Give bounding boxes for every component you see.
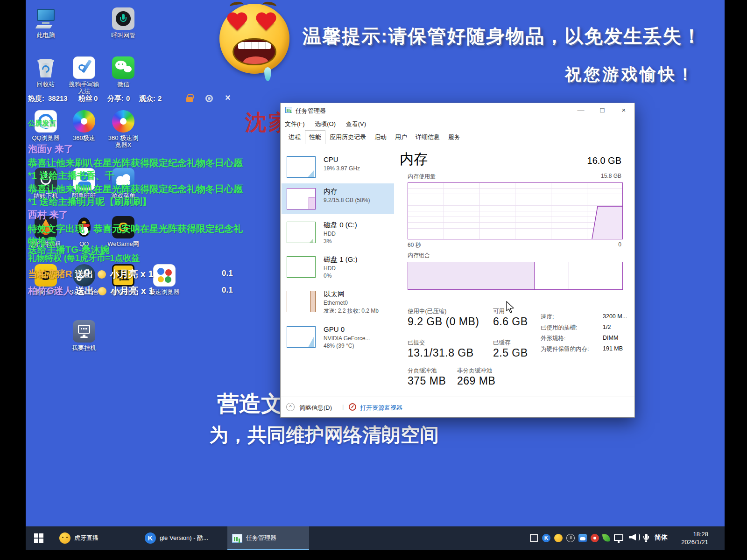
tray-clock[interactable]: 18:28 2026/1/21 (676, 530, 708, 546)
sidebar-item-cpu[interactable]: CPU 19% 3.97 GHz (282, 152, 394, 182)
gift-sender: 当柏恋猪R (28, 269, 72, 279)
sidebar-item-disk0[interactable]: 磁盘 0 (C:) HDD 3% (282, 217, 394, 248)
gift-sender: 柏竹G迷人 (28, 286, 73, 296)
desktop-icon-wechat[interactable]: 微信 (104, 56, 143, 88)
tab-users[interactable]: 用户 (391, 130, 411, 144)
360-browser-x-icon (112, 110, 134, 133)
memory-scale-max: 15.8 GB (601, 173, 621, 179)
tab-startup[interactable]: 启动 (370, 130, 391, 144)
mouse-cursor (506, 301, 515, 314)
menu-file[interactable]: 文件(F) (281, 117, 309, 131)
close-overlay-icon[interactable]: × (225, 92, 231, 103)
summary-view-toggle[interactable]: 简略信息(D) (299, 404, 332, 412)
recycle-bin-icon (35, 56, 57, 79)
share-value: 0 (126, 94, 130, 102)
menu-options[interactable]: 选项(O) (310, 117, 340, 131)
sidebar-item-ethernet[interactable]: 以太网 Ethernet0 发送: 2.2 接收: 0.2 Mb (282, 286, 394, 317)
desktop-icon-call-admin[interactable]: 呼叫网管 (104, 7, 143, 39)
taskbar-item-kugou[interactable]: K gle Version) - 酷... (140, 526, 213, 550)
gift-value: 0.1 (222, 286, 233, 295)
slots-used-value: 1/2 (603, 324, 611, 330)
open-resource-monitor-link[interactable]: 打开资源监视器 (360, 404, 402, 412)
desktop-icon-recycle-bin[interactable]: 回收站 (26, 56, 65, 88)
this-pc-icon (35, 7, 57, 30)
non-paged-pool-value: 269 MB (457, 375, 495, 387)
committed-label: 已提交 (408, 339, 425, 347)
taskbar-item-task-manager[interactable]: 任务管理器 (227, 526, 309, 550)
memory-thumbnail (287, 188, 316, 210)
task-manager-window: 任务管理器 — □ × 文件(F) 选项(O) 查看(V) 进程性能应用历史记录… (280, 103, 635, 418)
tray-security-icon[interactable] (591, 534, 599, 542)
chevron-up-icon[interactable]: ^ (286, 403, 295, 411)
start-button[interactable] (29, 526, 48, 550)
fans-value: 0 (94, 94, 98, 102)
gift-item: 小月亮 x 1 (110, 286, 154, 296)
memory-usage-label: 内存使用量 (408, 173, 436, 181)
tray-kugou-icon[interactable]: K (542, 534, 550, 542)
task-manager-app-icon (285, 107, 292, 113)
menu-bar: 文件(F) 选项(O) 查看(V) (281, 117, 634, 130)
kugou-icon: K (145, 532, 156, 544)
tab-strip: 进程性能应用历史记录启动用户详细信息服务 (281, 130, 634, 143)
tray-weather-icon[interactable] (578, 534, 587, 542)
afk-monitor-icon (73, 320, 95, 343)
speed-label: 速度: (541, 313, 554, 321)
ethernet-thumbnail (287, 291, 316, 312)
tab-performance[interactable]: 性能 (305, 130, 325, 144)
cached-label: 已缓存 (493, 339, 511, 347)
heat-value: 38213 (48, 94, 68, 102)
tray-leaf-icon[interactable] (602, 533, 610, 542)
gift-item: 小月亮 x 1 (110, 269, 153, 279)
tray-network-icon[interactable] (614, 534, 623, 541)
chat-gift-announcement: 恭喜让他来刷叭在星光阵获得限定纪念礼物冬日心愿*1 送给主播书香、千 (28, 157, 244, 182)
gift-send-line: 当柏恋猪R 送出 小月亮 x 1 (28, 268, 244, 280)
tab-app-history[interactable]: 应用历史记录 (325, 130, 370, 144)
chat-enter-message: 西村 来了 (28, 209, 244, 221)
tab-processes[interactable]: 进程 (284, 130, 305, 144)
ime-indicator[interactable]: 简体 (655, 533, 668, 542)
desktop-icon-360-chrome[interactable]: 360极速 (64, 110, 104, 141)
desktop: 温馨提示:请保管好随身物品，以免发生丢失！ 祝您游戏愉快！ 沈家 营造文 为，共… (26, 0, 725, 526)
moon-gift-icon (98, 270, 106, 279)
memory-usage-graph (408, 182, 623, 239)
screen: 温馨提示:请保管好随身物品，以免发生丢失！ 祝您游戏愉快！ 沈家 营造文 为，共… (0, 0, 747, 560)
close-button[interactable]: × (613, 103, 634, 117)
menu-view[interactable]: 查看(V) (342, 117, 370, 131)
chat-perk-message: 礼物特权 (每1虎牙币=1点收益 (28, 252, 244, 265)
taskbar-item-huya[interactable]: 虎牙直播 (55, 526, 103, 550)
desktop-icon-this-pc[interactable]: 此电脑 (26, 7, 65, 39)
graph-time-span: 60 秒 (408, 241, 421, 249)
gift-send-line: 柏竹G迷人 送出 小月亮 x 1 (28, 285, 244, 297)
desktop-icon-afk[interactable]: 我要挂机 (64, 320, 104, 351)
footer-divider: | (342, 403, 344, 410)
cached-value: 2.5 GB (493, 347, 528, 359)
public-chat-tab[interactable]: 公屏发言 (28, 117, 70, 129)
title-bar[interactable]: 任务管理器 — □ × (281, 103, 634, 117)
360-chrome-icon (73, 110, 95, 133)
maximize-button[interactable]: □ (592, 103, 613, 117)
cpu-thumbnail (287, 156, 316, 178)
tray-time: 18:28 (676, 530, 708, 538)
tray-volume-icon[interactable] (629, 534, 636, 540)
banner-tip-line1: 温馨提示:请保管好随身物品，以免发生丢失！ (303, 23, 702, 49)
disk1-thumbnail (287, 256, 316, 278)
sidebar-item-gpu0[interactable]: GPU 0 NVIDIA GeForce... 48% (39 °C) (282, 322, 394, 352)
gear-icon[interactable] (205, 95, 213, 102)
available-label: 可用 (493, 308, 505, 315)
sidebar-item-disk1[interactable]: 磁盘 1 (G:) HDD 0% (282, 252, 394, 282)
desktop-icon-sogou-handwriting[interactable]: 搜狗手写输 入法 (64, 56, 104, 95)
tab-services[interactable]: 服务 (444, 130, 465, 144)
memory-capacity: 16.0 GB (587, 155, 621, 166)
tab-details[interactable]: 详细信息 (411, 130, 444, 144)
sidebar-item-memory[interactable]: 内存 9.2/15.8 GB (58%) (282, 183, 394, 214)
tray-huya-icon[interactable] (554, 534, 563, 542)
gpu0-thumbnail (287, 326, 316, 348)
non-paged-pool-label: 非分页缓冲池 (457, 367, 492, 375)
minimize-button[interactable]: — (570, 103, 592, 117)
tray-clock-icon[interactable] (566, 534, 575, 542)
tray-mic-icon[interactable] (645, 534, 648, 539)
chat-gift-announcement: 恭喜让他来刷叭在星光阵获得限定纪念礼物冬日心愿*1 送给主播明月呢【刷刷刷】 (28, 183, 244, 208)
lock-icon[interactable] (186, 97, 193, 102)
slots-used-label: 已使用的插槽: (541, 324, 577, 332)
tray-hidden-icons[interactable] (530, 534, 538, 542)
